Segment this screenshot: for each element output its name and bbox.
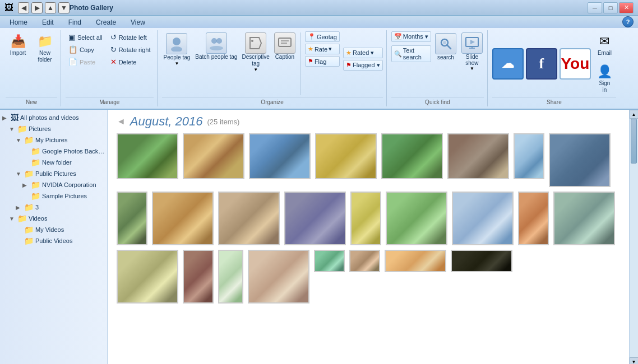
new-folder-button[interactable]: 📁 Newfolder: [33, 31, 57, 66]
qat-up[interactable]: ▲: [45, 2, 56, 13]
photo-16[interactable]: [518, 192, 549, 245]
quick-access-toolbar[interactable]: 🖼 ◀ ▶ ▲ ▼: [4, 2, 70, 13]
photo-10[interactable]: [152, 192, 214, 245]
scrollbar-track[interactable]: [630, 119, 638, 357]
expand-icon-public-pics[interactable]: ▼: [16, 171, 22, 177]
help-button[interactable]: ?: [622, 16, 634, 27]
my-videos-icon: 📁: [24, 225, 34, 234]
qat-forward[interactable]: ▶: [31, 2, 43, 13]
facebook-button[interactable]: f: [526, 48, 557, 80]
expand-icon-videos[interactable]: ▼: [9, 216, 16, 222]
batch-people-tag-label: Batch people tag: [195, 54, 237, 60]
expand-icon-my-pictures[interactable]: ▼: [16, 137, 22, 143]
photo-20[interactable]: [218, 250, 243, 304]
people-tag-button[interactable]: People tag ▼: [162, 31, 192, 68]
scrollbar[interactable]: ▲ ▼: [629, 110, 638, 364]
batch-people-tag-button[interactable]: Batch people tag: [194, 31, 238, 62]
photo-3[interactable]: [249, 133, 311, 179]
photo-9[interactable]: [117, 192, 147, 245]
email-button[interactable]: ✉ Email: [593, 31, 616, 59]
paste-label: Paste: [80, 59, 95, 66]
people-tag-svg: [169, 36, 184, 52]
sign-in-button[interactable]: 👤 Signin: [593, 62, 616, 96]
sidebar-item-public-pictures[interactable]: ▼ 📁 Public Pictures: [0, 168, 107, 179]
delete-button[interactable]: ✕ Delete: [108, 56, 154, 68]
scroll-down-button[interactable]: ▼: [630, 357, 639, 364]
qat-back[interactable]: ◀: [18, 2, 29, 13]
photo-5[interactable]: [381, 133, 443, 179]
photo-22[interactable]: [314, 250, 345, 272]
rotate-left-button[interactable]: ↺ Rotate left: [108, 31, 154, 43]
photo-18[interactable]: [117, 250, 178, 304]
photo-25[interactable]: [451, 250, 512, 272]
sidebar-item-videos[interactable]: ▼ 📁 Videos: [0, 213, 107, 224]
scrollbar-thumb[interactable]: [631, 119, 637, 164]
rate-button[interactable]: ★ Rate ▾: [305, 44, 340, 54]
rated-label: Rated ▾: [353, 49, 374, 57]
sidebar-item-new-folder[interactable]: 📁 New folder: [0, 157, 107, 168]
photo-19[interactable]: [183, 250, 214, 304]
photo-24[interactable]: [385, 250, 446, 272]
cloud-button[interactable]: ☁: [492, 48, 524, 80]
rated-button[interactable]: ★ Rated ▾: [343, 48, 383, 58]
sidebar-item-my-pictures[interactable]: ▼ 📁 My Pictures: [0, 134, 107, 146]
photo-1[interactable]: [117, 133, 178, 179]
sidebar-item-pictures[interactable]: ▼ 📁 Pictures: [0, 123, 107, 134]
import-button[interactable]: 📥 Import: [6, 31, 30, 59]
photo-8[interactable]: [549, 133, 611, 187]
sidebar-item-nvidia[interactable]: ▶ 📁 NVIDIA Corporation: [0, 179, 107, 190]
qat-dropdown[interactable]: ▼: [58, 2, 70, 13]
window-controls[interactable]: ─ □ ✕: [588, 2, 634, 13]
tab-find[interactable]: Find: [61, 16, 89, 29]
descriptive-tag-button[interactable]: Descriptivetag ▼: [241, 31, 270, 73]
sidebar-item-3[interactable]: ▶ 📁 3: [0, 202, 107, 213]
photo-12[interactable]: [284, 192, 346, 245]
people-tag-icon: [166, 33, 187, 54]
photo-13[interactable]: [350, 192, 381, 245]
slideshow-label: Slideshow: [465, 54, 478, 66]
photo-21[interactable]: [248, 250, 309, 304]
geotag-button[interactable]: 📍 Geotag: [305, 31, 340, 42]
slideshow-button[interactable]: Slideshow ▼: [460, 31, 484, 72]
sidebar-item-sample-pictures[interactable]: 📁 Sample Pictures: [0, 190, 107, 202]
paste-button[interactable]: 📄 Paste: [66, 56, 105, 68]
close-button[interactable]: ✕: [619, 2, 634, 13]
search-icon: [435, 33, 456, 54]
sidebar-item-all-photos[interactable]: ▶ 🖼 All photos and videos: [0, 112, 107, 123]
sidebar-item-google-photos[interactable]: 📁 Google Photos Backu...: [0, 146, 107, 157]
photo-4[interactable]: [315, 133, 377, 179]
photo-11[interactable]: [218, 192, 280, 245]
photo-2[interactable]: [183, 133, 244, 179]
photo-14[interactable]: [386, 192, 447, 245]
nvidia-icon: 📁: [31, 180, 40, 189]
maximize-button[interactable]: □: [603, 2, 618, 13]
photo-15[interactable]: [452, 192, 514, 245]
photo-7[interactable]: [514, 133, 544, 179]
minimize-button[interactable]: ─: [588, 2, 602, 13]
youtube-button[interactable]: You: [560, 48, 591, 80]
select-all-button[interactable]: ▣ Select all: [66, 31, 105, 43]
caption-button[interactable]: Caption: [273, 31, 297, 61]
tab-view[interactable]: View: [123, 16, 152, 29]
photo-17[interactable]: [553, 192, 615, 245]
nav-arrow[interactable]: ◄: [117, 116, 126, 127]
tab-edit[interactable]: Edit: [35, 16, 61, 29]
tab-create[interactable]: Create: [89, 16, 123, 29]
rotate-right-button[interactable]: ↻ Rotate right: [108, 44, 154, 55]
search-button[interactable]: search: [433, 31, 458, 62]
flagged-button[interactable]: ⚑ Flagged ▾: [343, 60, 383, 71]
sidebar-item-my-videos[interactable]: 📁 My Videos: [0, 224, 107, 235]
photo-6[interactable]: [447, 133, 509, 179]
months-button[interactable]: 📅 Months ▾: [391, 31, 431, 42]
expand-icon-nvidia[interactable]: ▶: [22, 182, 29, 188]
scroll-up-button[interactable]: ▲: [630, 110, 639, 119]
copy-button[interactable]: 📋 Copy: [66, 44, 105, 55]
photo-23[interactable]: [349, 250, 380, 272]
sidebar-item-public-videos[interactable]: 📁 Public Videos: [0, 235, 107, 246]
expand-icon[interactable]: ▶: [2, 115, 9, 121]
expand-icon-3[interactable]: ▶: [16, 204, 22, 211]
expand-icon-pictures[interactable]: ▼: [9, 126, 16, 132]
flag-button[interactable]: ⚑ Flag: [305, 56, 340, 67]
text-search-button[interactable]: 🔍 Textsearch: [391, 45, 431, 62]
tab-home[interactable]: Home: [2, 16, 35, 29]
